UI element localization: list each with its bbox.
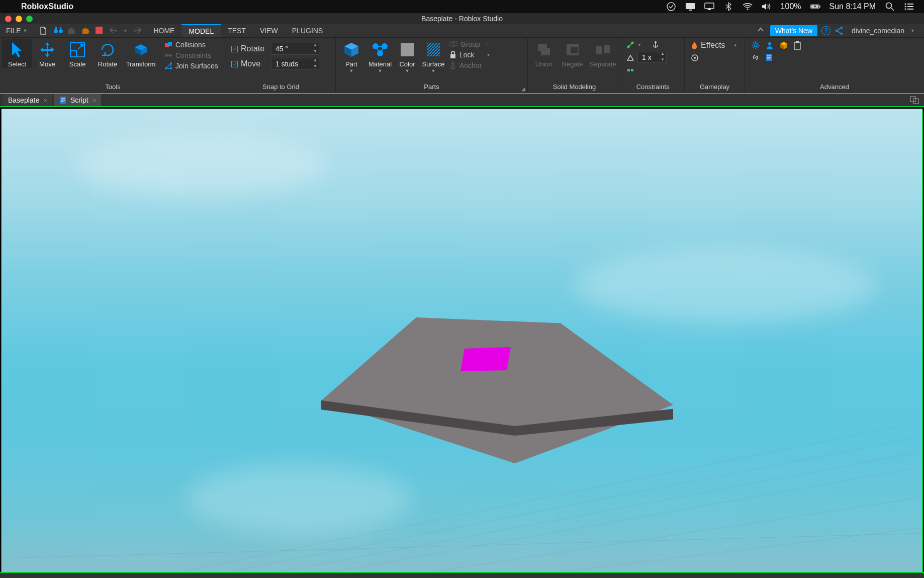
- tab-script[interactable]: Script ×: [54, 94, 101, 106]
- username-dropdown[interactable]: ▼: [910, 28, 915, 33]
- svg-rect-49: [627, 69, 630, 71]
- svg-rect-29: [166, 55, 170, 56]
- toggle-collisions[interactable]: Collisions: [164, 41, 218, 49]
- svg-point-13: [905, 9, 906, 10]
- adv-script-icon[interactable]: [765, 53, 776, 62]
- stepper-down-icon[interactable]: ▼: [312, 49, 319, 55]
- tool-rotate[interactable]: Rotate: [93, 39, 123, 68]
- adv-link-icon[interactable]: [751, 53, 762, 62]
- bluetooth-icon[interactable]: [723, 2, 733, 12]
- group-title-tools: Tools: [2, 81, 224, 93]
- ribbon: Select Move Scale Rotate Transform Colli…: [0, 37, 924, 94]
- display-icon[interactable]: [685, 2, 695, 12]
- svg-rect-44: [596, 46, 602, 54]
- spotlight-icon[interactable]: [885, 2, 895, 12]
- collapse-ribbon-icon[interactable]: [757, 26, 766, 35]
- window-close-button[interactable]: [5, 16, 12, 22]
- insert-part[interactable]: Part▼: [338, 39, 365, 73]
- menubar-clock[interactable]: Sun 8:14 PM: [829, 2, 876, 11]
- rotate-icon: [99, 41, 117, 59]
- scale-icon: [68, 41, 86, 59]
- share-icon[interactable]: [835, 26, 844, 35]
- close-tab-icon[interactable]: ×: [93, 97, 97, 104]
- window-maximize-button[interactable]: [26, 16, 33, 22]
- tool-transform[interactable]: Transform: [123, 39, 159, 68]
- group-icon: [449, 41, 457, 48]
- constraint-create-icon[interactable]: [626, 41, 634, 49]
- spawn-button[interactable]: [691, 54, 699, 62]
- tab-baseplate[interactable]: Baseplate ×: [3, 94, 52, 106]
- close-tab-icon[interactable]: ×: [43, 97, 47, 104]
- new-file-icon[interactable]: [39, 27, 47, 35]
- puzzle-icon[interactable]: [81, 27, 89, 35]
- svg-rect-40: [450, 54, 455, 58]
- resize-grip-icon[interactable]: ⋰: [917, 571, 923, 578]
- svg-rect-43: [571, 47, 578, 53]
- lock-button[interactable]: Lock▼: [449, 51, 491, 59]
- menu-plugins[interactable]: PLUGINS: [285, 24, 330, 37]
- constraint-weld-icon[interactable]: [626, 66, 634, 74]
- svg-point-9: [905, 4, 906, 5]
- window-titlebar: Baseplate - Roblox Studio: [0, 13, 924, 24]
- svg-rect-36: [401, 43, 414, 56]
- stepper-down-icon[interactable]: ▼: [312, 64, 319, 70]
- menu-model[interactable]: MODEL: [181, 24, 221, 37]
- tabs-expand-icon[interactable]: [910, 96, 919, 104]
- constraint-scale-input[interactable]: ▲▼: [637, 52, 667, 63]
- undo-dropdown[interactable]: ▼: [124, 29, 128, 33]
- file-menu[interactable]: FILE▼: [0, 24, 34, 37]
- undo-icon[interactable]: [110, 27, 118, 35]
- svg-point-8: [886, 3, 892, 9]
- snap-rotate-input[interactable]: ▲▼: [271, 43, 319, 55]
- stepper-up-icon[interactable]: ▲: [312, 58, 319, 64]
- snap-move-checkbox[interactable]: ✓: [231, 61, 238, 67]
- tool-select[interactable]: Select: [2, 39, 32, 68]
- menu-view[interactable]: VIEW: [253, 24, 285, 37]
- wifi-icon[interactable]: [743, 2, 753, 12]
- stepper-up-icon[interactable]: ▲: [312, 43, 319, 49]
- lock-icon: [449, 51, 456, 59]
- redo-icon[interactable]: [133, 27, 141, 35]
- snap-move-label: Move: [241, 59, 268, 68]
- cursor-icon: [8, 41, 26, 59]
- constraint-dropdown-icon[interactable]: ▼: [637, 43, 641, 47]
- separate-icon: [594, 41, 612, 59]
- username-label[interactable]: divine_comedian: [852, 27, 904, 35]
- menu-list-icon[interactable]: [904, 2, 914, 12]
- volume-icon[interactable]: [762, 2, 772, 12]
- parts-expand-icon[interactable]: ◢: [521, 86, 525, 92]
- snap-move-input[interactable]: ▲▼: [271, 58, 319, 70]
- svg-rect-19: [96, 27, 103, 34]
- help-icon[interactable]: ?: [821, 26, 830, 35]
- adv-gear-icon[interactable]: [751, 41, 762, 50]
- 3d-viewport[interactable]: [1, 109, 923, 572]
- surface-icon: [424, 41, 442, 59]
- menu-test[interactable]: TEST: [221, 24, 253, 37]
- app-name[interactable]: RobloxStudio: [21, 2, 73, 11]
- binoculars-icon[interactable]: [53, 27, 61, 35]
- material-button[interactable]: Material▼: [365, 39, 395, 73]
- status-icon-1[interactable]: [666, 2, 676, 12]
- menu-home[interactable]: HOME: [146, 24, 181, 37]
- battery-icon[interactable]: [810, 2, 820, 12]
- svg-point-21: [836, 30, 838, 32]
- surface-button[interactable]: Surface▼: [419, 39, 447, 73]
- group-title-snap: Snap to Grid: [228, 81, 333, 93]
- svg-rect-10: [907, 4, 913, 5]
- adv-clipboard-icon[interactable]: [793, 41, 804, 50]
- window-minimize-button[interactable]: [16, 16, 22, 22]
- tool-move[interactable]: Move: [32, 39, 62, 68]
- stop-icon[interactable]: [96, 27, 104, 35]
- constraint-details-icon[interactable]: [626, 53, 634, 61]
- svg-rect-14: [907, 9, 913, 10]
- constraint-attachment-icon[interactable]: [652, 41, 660, 49]
- whats-new-button[interactable]: What's New: [770, 25, 817, 36]
- adv-person-icon[interactable]: [765, 41, 776, 50]
- airplay-icon[interactable]: [704, 2, 714, 12]
- adv-cube-icon[interactable]: [779, 41, 790, 50]
- color-button[interactable]: Color▼: [395, 39, 419, 73]
- snap-rotate-checkbox[interactable]: ✓: [231, 46, 238, 52]
- toggle-join-surfaces[interactable]: Join Surfaces: [164, 62, 218, 70]
- effects-button[interactable]: Effects▼: [691, 41, 737, 50]
- tool-scale[interactable]: Scale: [62, 39, 93, 68]
